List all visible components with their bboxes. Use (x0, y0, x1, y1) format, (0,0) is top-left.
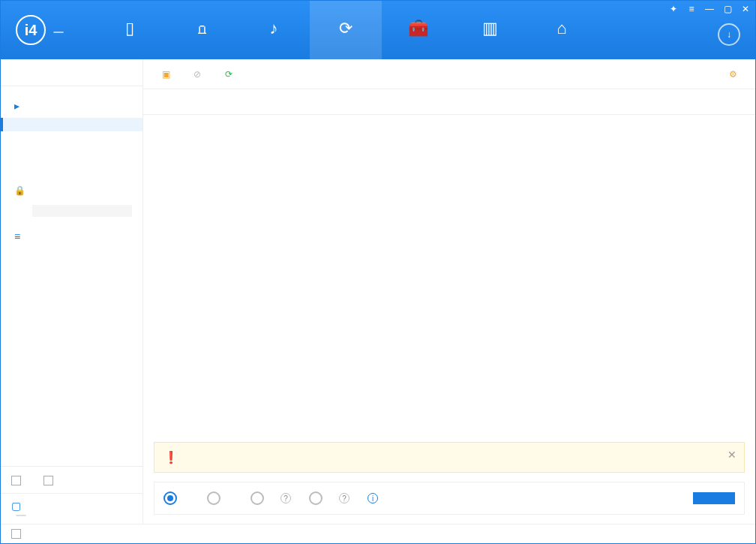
sidebar-head-flash[interactable]: ▸ (1, 94, 142, 118)
device-conn-bar (1, 59, 142, 86)
device-name[interactable]: ▢ (11, 500, 132, 512)
sidebar-item-oneclick-flash[interactable] (1, 118, 142, 131)
music-icon: ♪ (270, 18, 278, 39)
start-flash-button[interactable] (693, 492, 735, 504)
nav-ringtone[interactable]: ♪ (238, 1, 310, 59)
tablet-icon: ▢ (11, 500, 21, 512)
maximize-icon[interactable]: ▢ (722, 4, 733, 14)
sidebar-item-download-fw[interactable] (1, 262, 142, 275)
sidebar-item-pro-flash[interactable] (1, 145, 142, 158)
warning-icon: ❗ (164, 450, 178, 464)
opt-normal-flash[interactable] (207, 491, 232, 505)
app-url (53, 32, 64, 33)
delete-button[interactable]: ⊘ (184, 68, 215, 80)
sidebar-head-more[interactable]: ≡ (1, 224, 142, 248)
nav-toolbox[interactable]: 🧰 (382, 1, 454, 59)
radio-icon (250, 491, 264, 505)
sidebar-footer: ▢ (1, 466, 142, 524)
close-icon[interactable]: ✕ (740, 4, 751, 14)
status-bar (1, 524, 755, 543)
block-itunes-checkbox[interactable] (11, 529, 21, 539)
open-folder-button[interactable]: ▣ (152, 68, 184, 80)
radio-icon (164, 491, 177, 505)
firmware-rows (143, 115, 755, 436)
flash-options-bar: ? ? i (154, 482, 745, 515)
flash-settings-button[interactable]: ⚙ (729, 69, 746, 80)
opt-repair-flash[interactable]: ? (309, 491, 350, 505)
sidebar: ▸ 🔒 ≡ (1, 59, 143, 524)
logo-icon: i4 (16, 15, 46, 45)
minimize-icon[interactable]: — (704, 4, 715, 14)
banner-close-icon[interactable]: ✕ (728, 449, 736, 461)
jump-guide-checkbox[interactable] (44, 476, 53, 485)
nav-store[interactable]: ⌂ (526, 1, 598, 59)
info-icon: i (368, 493, 378, 503)
help-icon[interactable]: ? (280, 493, 291, 503)
sidebar-item-itunes-flash[interactable] (1, 131, 142, 145)
radio-icon (309, 491, 322, 505)
list-icon[interactable]: ≡ (686, 4, 697, 14)
delete-icon: ⊘ (191, 68, 203, 80)
device-icon: ▯ (125, 18, 134, 39)
auto-activate-checkbox[interactable] (11, 476, 21, 485)
help-icon[interactable]: ? (339, 493, 350, 503)
main-area: ▸ 🔒 ≡ (1, 59, 755, 524)
radio-icon (207, 491, 220, 505)
book-icon: ▥ (482, 18, 498, 39)
refresh-icon: ⟳ (223, 68, 235, 80)
table-header (143, 89, 755, 115)
refresh-button[interactable]: ⟳ (215, 68, 247, 80)
lock-icon: 🔒 (14, 185, 26, 196)
device-capacity (16, 515, 26, 516)
sidebar-head-jailbreak: 🔒 (1, 179, 142, 202)
sidebar-item-advanced[interactable] (1, 275, 142, 289)
apps-icon: ⩍ (198, 18, 206, 39)
sidebar-item-other-tools[interactable] (1, 248, 142, 262)
more-icon: ≡ (14, 230, 20, 242)
appleid-banner: ❗ ✕ (154, 442, 745, 473)
nav-tutorial[interactable]: ▥ (454, 1, 526, 59)
store-icon: ⌂ (556, 18, 566, 39)
toolbox-icon: 🧰 (408, 18, 428, 39)
toolbar: ▣ ⊘ ⟳ ⚙ (143, 59, 755, 89)
app-header: i4 ▯ ⩍ ♪ ⟳ 🧰 ▥ ⌂ ↓ ✦ ≡ — ▢ ✕ (1, 1, 755, 59)
opt-keep-data[interactable] (164, 491, 189, 505)
sidebar-item-batch-flash[interactable] (1, 158, 142, 172)
opt-anti-recover[interactable]: ? (250, 491, 291, 505)
opt-erase-link[interactable]: i (368, 493, 382, 503)
menu-icon[interactable]: ✦ (668, 4, 679, 14)
download-manager-icon[interactable]: ↓ (718, 23, 740, 46)
flash-icon: ▸ (14, 100, 20, 112)
main-nav: ▯ ⩍ ♪ ⟳ 🧰 ▥ ⌂ (94, 1, 598, 59)
content-pane: ▣ ⊘ ⟳ ⚙ ❗ ✕ ? ? i (143, 59, 755, 524)
app-logo: i4 (1, 15, 79, 45)
refresh-icon: ⟳ (339, 18, 352, 39)
window-controls: ✦ ≡ — ▢ ✕ (668, 4, 751, 14)
nav-apps[interactable]: ⩍ (166, 1, 238, 59)
jailbreak-note (32, 205, 132, 217)
nav-flash[interactable]: ⟳ (310, 1, 382, 59)
folder-icon: ▣ (160, 68, 172, 80)
gear-icon: ⚙ (729, 69, 737, 80)
nav-my-device[interactable]: ▯ (94, 1, 166, 59)
